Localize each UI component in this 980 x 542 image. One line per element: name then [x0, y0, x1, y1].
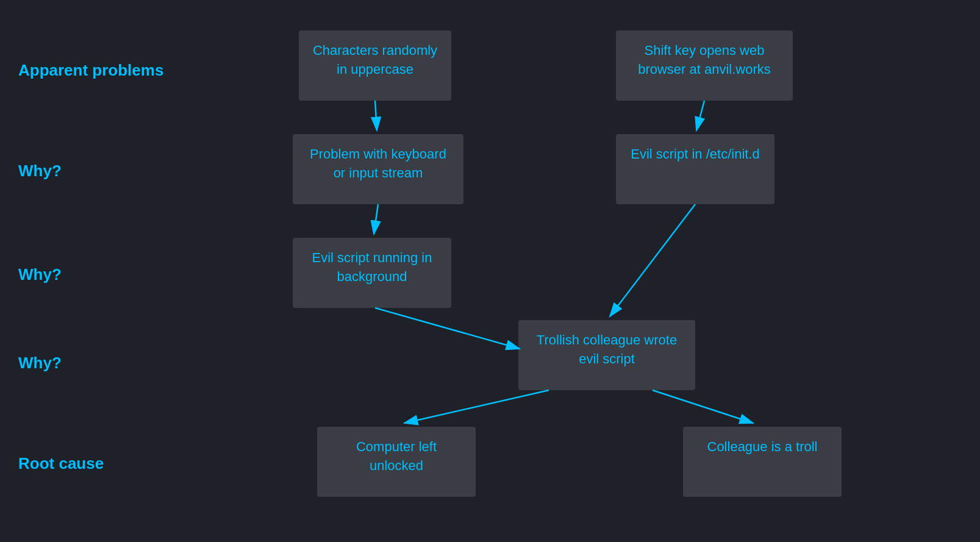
node-evil-script-bg: Evil script running in background [293, 238, 451, 308]
node-keyboard-problem: Problem with keyboard or input stream [293, 134, 463, 204]
node-colleague-troll: Colleague is a troll [683, 427, 842, 497]
arrow-7 [653, 390, 753, 423]
node-evil-script-init: Evil script in /etc/init.d [616, 134, 774, 204]
node-characters-uppercase: Characters randomly in uppercase [299, 30, 451, 101]
arrow-4 [375, 308, 520, 349]
arrow-2 [696, 101, 704, 130]
why1-label: Why? [18, 162, 62, 180]
node-computer-unlocked: Computer left unlocked [317, 427, 476, 497]
apparent-problems-label: Apparent problems [18, 61, 163, 80]
arrow-1 [375, 101, 377, 130]
node-trollish-colleague: Trollish colleague wrote evil script [518, 320, 695, 390]
arrow-3 [374, 204, 378, 234]
why3-label: Why? [18, 354, 62, 373]
arrow-6 [404, 390, 549, 423]
arrow-5 [610, 204, 695, 316]
root-cause-label: Root cause [18, 454, 104, 473]
why2-label: Why? [18, 265, 62, 284]
node-shift-key: Shift key opens web browser at anvil.wor… [616, 30, 793, 101]
